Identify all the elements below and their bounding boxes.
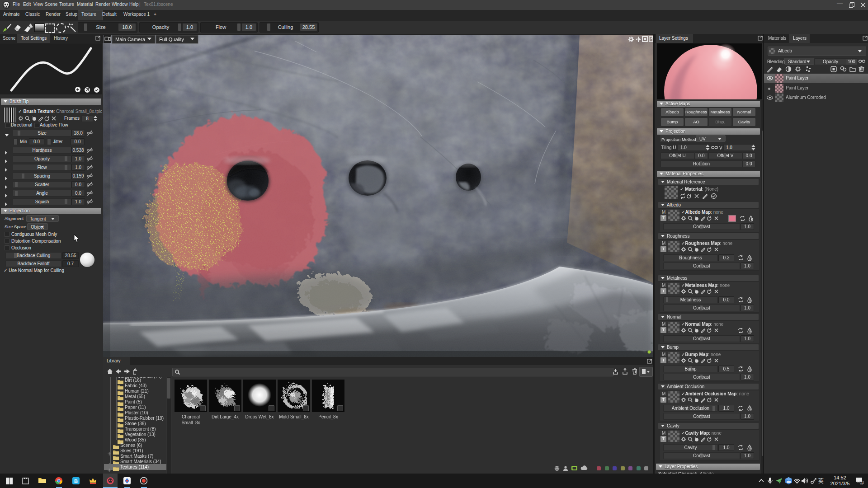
svg-text:Full Quality: Full Quality xyxy=(159,37,184,42)
svg-text:1: 1 xyxy=(861,481,863,484)
svg-text:B: B xyxy=(74,479,78,484)
svg-text:Main Camera: Main Camera xyxy=(115,37,146,42)
